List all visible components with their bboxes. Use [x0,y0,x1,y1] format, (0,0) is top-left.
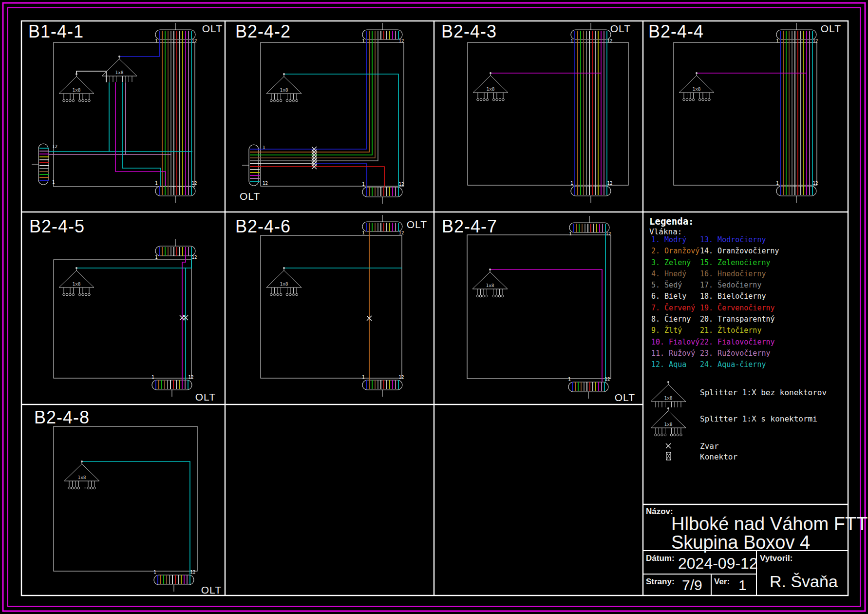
splitter-output-connector [72,293,75,296]
legend-fiber-entry: 6. Biely [651,291,699,302]
legend-fiber-column-right: 13. Modročierny14. Oranžovočierny15. Zel… [700,234,779,371]
splitter-ratio-label: 1x8 [280,87,288,93]
connector-fiber1-label: 1 [570,38,573,43]
fiber-line [314,40,366,149]
splitter-output-connector [292,293,295,296]
titleblock-strany-value: 7/9 [682,577,702,594]
connector-capsule [568,382,608,392]
splitter-output-connector [66,293,68,296]
splitter-output-connector [692,98,695,101]
splitter-output-connector [69,293,72,296]
fiber-line [259,40,375,158]
connector-fiber1-label: 12 [52,144,57,149]
splitter-output-connector [87,487,90,489]
olt-label-b2-4-3: OLT [610,23,631,35]
legend-fiber-entry: 22. Fialovočierny [700,337,779,348]
splitter-output-connector [496,98,498,101]
legend-fiber-entry: 10. Fialový [651,337,699,348]
connector-capsule [38,144,48,185]
fiber-connector: 112 [776,181,818,203]
connector-fiber12-label: 1 [52,180,55,185]
connector-capsule [154,575,194,585]
olt-label-b2-4-6: OLT [407,219,427,230]
olt-label-b2-4-5: OLT [195,391,216,403]
splitter-output-connector [674,434,676,436]
splitter-output-connector [502,98,505,101]
connector-fiber1-label: 1 [362,230,364,235]
splitter-output-connector [85,293,87,296]
panel-title-b2-4-7: B2-4-7 [442,216,497,237]
splitter-output-connector [689,98,692,101]
legend-fiber-entry: 9. Žltý [651,325,699,336]
fiber-connector: 112 [155,181,197,203]
splitter-symbol: 1x8 [473,72,508,101]
splitter-output-connector [82,99,84,102]
splitter-output-connector [63,293,65,296]
titleblock-ver-value: 1 [738,577,747,594]
legend-fiber-entry: 16. Hnedočierny [700,269,779,280]
splitter-output-connector [655,434,657,436]
legend-fiber-entry: 12. Aqua [651,359,699,370]
fiber-connector: 112 [569,216,611,236]
fiber-line [314,164,367,187]
splitter-output-connector [476,295,479,297]
titleblock-title-line2: Skupina Boxov 4 [671,532,810,553]
splitter-ratio-label: 1x8 [486,283,494,288]
splitter-symbol: 1x8 [266,73,302,102]
splitter-ratio-label: 1x8 [72,281,80,287]
legend-fiber-entry: 7. Červený [651,303,699,314]
panel-B2-4-7: 1x8112112 [467,216,611,399]
splitter-output-connector [286,99,288,102]
connector-capsule [362,187,402,197]
fiber-line [259,40,378,161]
legend-fiber-entry: 24. Aqua-čierny [700,359,779,370]
fiber-connector: 112 [153,570,195,592]
splitter-output-connector [492,98,495,101]
titleblock-vytvoril-value: R. Švaňa [770,572,838,591]
splitter-output-connector [270,293,273,296]
splitter-ratio-label: 1x8 [72,87,80,93]
legend-fiber-entry: 20. Transparentný [700,314,779,325]
splitter-ratio-label: 1x8 [692,86,700,92]
connector-fiber1-label: 1 [155,255,157,260]
splitter-output-connector [277,293,279,296]
legend-fiber-entry: 5. Šedý [651,280,699,291]
connector-fiber12-label: 12 [399,38,404,43]
legend-symbols: 1x81x8 [651,381,686,460]
drawing-sheet: 1x81x81121121211x81121121121x81121121x81… [0,0,868,614]
splitter-output-connector [90,487,93,489]
olt-label-b2-4-7: OLT [615,392,635,403]
fiber-connector: 112 [155,239,197,260]
connector-fiber1-label: 1 [362,38,364,43]
legend-fiber-entry: 2. Oranžový [651,246,699,257]
splitter-symbol: 1x8 [679,72,714,101]
connector-fiber1-label: 1 [155,38,157,43]
splitter-output-connector [75,487,77,489]
distribution-box-outline [54,426,197,571]
panel-B2-4-8: 1x8112 [54,426,197,592]
connector-fiber1-label: 1 [155,181,157,186]
fiber-line [82,461,190,575]
konektor-symbol [666,452,671,460]
panel-title-b1-4-1: B1-4-1 [28,21,84,42]
panel-B2-4-6: 1x8112112 [261,215,404,397]
distribution-box-outline [261,42,404,186]
olt-label-b2-4-4: OLT [821,23,841,35]
titleblock-datum-value: 2024-09-12 [678,555,758,573]
connector-fiber1-label: 1 [263,145,265,150]
splitter-output-connector [66,99,68,102]
connector-capsule [776,186,816,196]
connector-fiber12-label: 12 [399,375,404,380]
splitter-output-connector [658,434,660,436]
connector-fiber1-label: 1 [569,231,571,236]
connector-fiber1-label: 1 [570,181,573,186]
connector-capsule [571,186,611,196]
splitter-ratio-label: 1x8 [77,475,86,480]
panel-title-b2-4-4: B2-4-4 [648,21,704,42]
connector-fiber12-label: 12 [399,230,404,235]
splitter-output-connector [69,99,72,102]
fiber-connector: 112 [362,215,404,235]
splitter-output-connector [702,98,704,101]
splitter-symbol: 1x8 [64,460,99,489]
legend-fiber-entry: 11. Ružový [651,348,699,359]
